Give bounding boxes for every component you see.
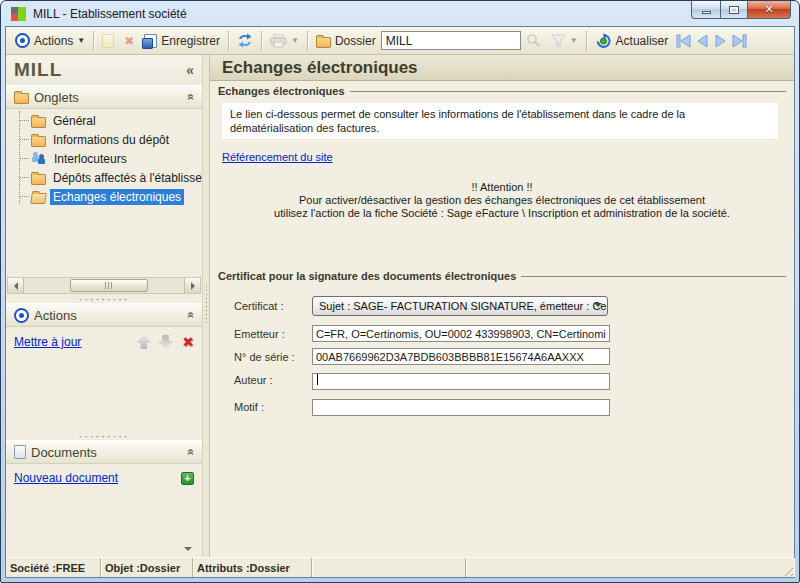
- search-icon: [526, 33, 541, 48]
- collapse-section-icon[interactable]: »: [184, 94, 198, 101]
- mettre-a-jour-link[interactable]: Mettre à jour: [14, 335, 129, 349]
- actions-section-header[interactable]: Actions »: [6, 303, 202, 327]
- certificat-select[interactable]: Sujet : SAGE- FACTURATION SIGNATURE, éme…: [312, 296, 608, 316]
- tree-item-general[interactable]: Général: [6, 111, 202, 130]
- search-input[interactable]: [381, 31, 521, 50]
- scrollbar-thumb[interactable]: [70, 279, 148, 292]
- status-attributs: Attributs :Dossier: [193, 558, 312, 577]
- scroll-left-button[interactable]: [8, 278, 24, 293]
- toolbar-separator: [228, 31, 229, 51]
- close-button[interactable]: ✕: [747, 1, 791, 19]
- documents-section-label: Documents: [31, 445, 182, 460]
- toolbar-separator: [586, 31, 587, 51]
- emetteur-field[interactable]: [312, 325, 610, 342]
- auteur-field[interactable]: [312, 373, 610, 390]
- remove-action-icon[interactable]: ✖: [182, 334, 194, 350]
- actions-menu-label: Actions: [34, 34, 73, 48]
- documents-section-header[interactable]: Documents »: [6, 440, 202, 464]
- attention-line-3: utilisez l'action de la fiche Société : …: [210, 207, 794, 220]
- certificat-label: Certificat :: [234, 300, 312, 312]
- documents-panel: Nouveau document +: [6, 464, 202, 541]
- referencement-site-link[interactable]: Référencement du site: [222, 151, 333, 163]
- numero-serie-field[interactable]: [312, 348, 610, 365]
- panel-splitter-handle[interactable]: ·········: [6, 431, 202, 440]
- first-record-button[interactable]: [675, 34, 692, 48]
- tree-item-label: Interlocuteurs: [51, 151, 130, 167]
- window-controls: ✕: [692, 1, 791, 19]
- chevron-down-icon: ▼: [77, 36, 85, 45]
- toolbar-separator: [307, 31, 308, 51]
- motif-label: Motif :: [234, 401, 312, 413]
- move-down-icon[interactable]: [158, 335, 173, 349]
- refresh-button[interactable]: [232, 31, 258, 50]
- tree-item-label: Echanges électroniques: [50, 189, 184, 205]
- move-up-icon[interactable]: [136, 335, 151, 349]
- filter-button[interactable]: ▼: [546, 32, 583, 50]
- chevron-down-icon: [594, 303, 602, 307]
- tree-horizontal-scrollbar[interactable]: [7, 277, 201, 294]
- motif-field[interactable]: [312, 399, 610, 416]
- certificat-selected-value: Sujet : SAGE- FACTURATION SIGNATURE, éme…: [319, 300, 608, 312]
- page-title: Echanges électroniques: [210, 55, 794, 81]
- sidebar-title-bar: MILL «: [6, 55, 202, 85]
- save-button[interactable]: Enregistrer: [139, 32, 225, 50]
- chevron-down-icon: ▼: [291, 36, 299, 45]
- new-button[interactable]: [97, 32, 119, 50]
- collapse-section-icon[interactable]: »: [184, 312, 198, 319]
- actions-target-icon: [15, 33, 30, 48]
- auteur-label: Auteur :: [234, 374, 312, 386]
- certificat-fieldset-header: Certificat pour la signature des documen…: [218, 270, 786, 282]
- actualiser-icon: [595, 33, 612, 49]
- window-title: MILL - Etablissement société: [33, 7, 187, 21]
- tree-item-depots-affectes[interactable]: Dépôts affectés à l'établisse: [6, 168, 202, 187]
- new-page-icon: [102, 34, 114, 48]
- tree-item-echanges-electroniques[interactable]: Echanges électroniques: [6, 187, 202, 206]
- print-button[interactable]: ▼: [265, 32, 304, 50]
- onglets-section-header[interactable]: Onglets »: [6, 85, 202, 109]
- tree-item-informations-depot[interactable]: Informations du dépôt: [6, 130, 202, 149]
- emetteur-field-row: Emetteur :: [234, 325, 794, 342]
- numero-serie-field-row: N° de série :: [234, 348, 794, 365]
- collapse-section-icon[interactable]: »: [184, 449, 198, 456]
- folder-icon: [14, 93, 29, 104]
- panel-splitter-handle[interactable]: ·········: [6, 294, 202, 303]
- open-folder-icon: [30, 193, 47, 204]
- sidebar-splitter[interactable]: [202, 55, 210, 557]
- document-icon: [14, 445, 26, 459]
- actualiser-button[interactable]: Actualiser: [590, 31, 674, 51]
- main-toolbar: Actions ▼ ✖ Enregistrer: [6, 27, 794, 55]
- delete-button[interactable]: ✖: [119, 32, 139, 50]
- action-row: Mettre à jour ✖: [6, 327, 202, 350]
- collapse-sidebar-icon[interactable]: «: [186, 62, 194, 78]
- folder-icon: [31, 136, 46, 147]
- fieldset-line: [350, 91, 786, 92]
- next-record-button[interactable]: [713, 34, 728, 48]
- triangle-right-icon: [191, 282, 195, 290]
- scroll-right-button[interactable]: [184, 278, 200, 293]
- people-icon: [31, 152, 47, 166]
- maximize-icon: [729, 6, 739, 14]
- main-panel: Echanges électroniques Echanges électron…: [210, 55, 794, 557]
- info-text-box: Le lien ci-dessous permet de consulter l…: [222, 103, 778, 139]
- last-record-button[interactable]: [731, 34, 748, 48]
- status-empty-segment: [466, 558, 794, 577]
- search-button[interactable]: [521, 31, 546, 50]
- chevron-down-icon[interactable]: [184, 547, 192, 551]
- add-document-icon[interactable]: +: [181, 472, 194, 485]
- tree-item-label: Dépôts affectés à l'établisse: [50, 170, 202, 186]
- emetteur-label: Emetteur :: [234, 328, 312, 340]
- grip-icon: [105, 282, 114, 289]
- printer-icon: [270, 34, 287, 48]
- tree-item-interlocuteurs[interactable]: Interlocuteurs: [6, 149, 202, 168]
- tree-item-label: Général: [50, 113, 99, 129]
- fieldset-line: [521, 276, 786, 277]
- minimize-button[interactable]: [691, 1, 721, 19]
- dossier-button[interactable]: Dossier: [311, 32, 381, 50]
- maximize-button[interactable]: [720, 1, 748, 19]
- title-bar[interactable]: MILL - Etablissement société ✕: [5, 1, 795, 26]
- record-navigation: [675, 34, 748, 48]
- nouveau-document-link[interactable]: Nouveau document: [14, 471, 181, 485]
- refresh-icon: [237, 33, 253, 48]
- previous-record-button[interactable]: [695, 34, 710, 48]
- actions-menu-button[interactable]: Actions ▼: [10, 31, 90, 50]
